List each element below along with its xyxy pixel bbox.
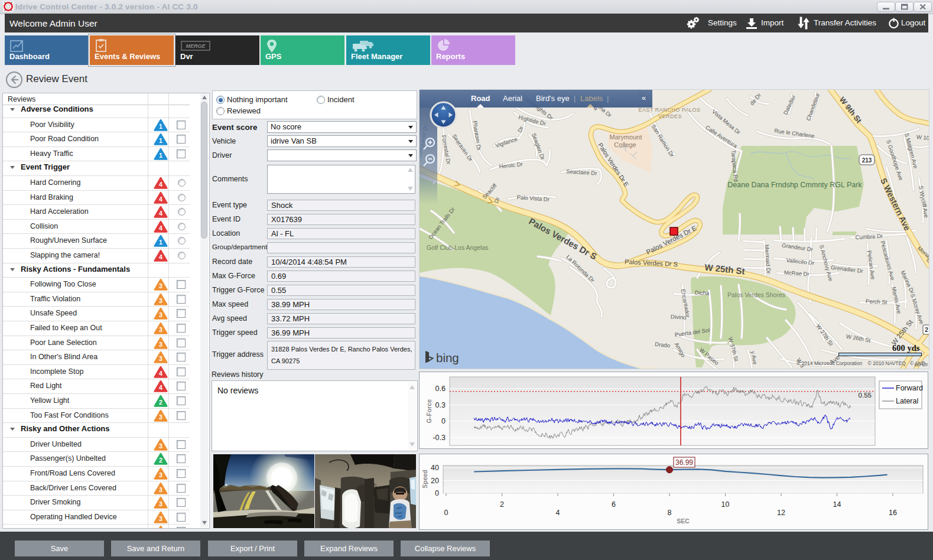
- svg-text:4: 4: [159, 181, 162, 188]
- svg-text:14: 14: [833, 500, 841, 509]
- svg-text:Lateral: Lateral: [896, 397, 918, 405]
- svg-text:213: 213: [862, 157, 872, 164]
- svg-text:Forward: Forward: [896, 384, 923, 392]
- svg-text:Palos Verdes Shores: Palos Verdes Shores: [727, 291, 785, 298]
- svg-text:VERDES: VERDES: [658, 113, 682, 119]
- svg-text:4: 4: [159, 384, 162, 391]
- svg-text:3: 3: [159, 442, 162, 450]
- svg-text:Golf Club-Los Angelas: Golf Club-Los Angelas: [427, 244, 488, 251]
- svg-text:10: 10: [721, 500, 730, 509]
- svg-text:4: 4: [556, 509, 560, 517]
- svg-text:3: 3: [159, 486, 162, 493]
- svg-text:1: 1: [159, 152, 162, 159]
- svg-text:3: 3: [159, 311, 162, 318]
- svg-text:4: 4: [159, 224, 162, 232]
- svg-text:Dicha: Dicha: [695, 289, 710, 297]
- svg-text:0: 0: [441, 417, 446, 425]
- svg-text:3: 3: [159, 414, 162, 421]
- svg-text:20: 20: [431, 477, 439, 485]
- svg-text:2: 2: [500, 500, 504, 509]
- svg-text:8: 8: [668, 509, 672, 517]
- svg-text:Speed: Speed: [421, 470, 428, 489]
- svg-text:SEC: SEC: [677, 517, 690, 525]
- svg-text:3: 3: [159, 341, 162, 348]
- svg-text:2: 2: [925, 327, 928, 333]
- svg-text:Deane Dana Frndshp Cmmnty RGL: Deane Dana Frndshp Cmmnty RGL Park: [727, 181, 862, 189]
- svg-text:MERGE: MERGE: [186, 43, 206, 49]
- svg-text:3: 3: [159, 500, 162, 507]
- svg-text:W 10t: W 10t: [916, 134, 929, 141]
- svg-text:3: 3: [159, 515, 162, 522]
- svg-text:0: 0: [435, 489, 439, 497]
- svg-text:3: 3: [159, 282, 162, 289]
- svg-text:-0.3: -0.3: [433, 434, 446, 442]
- svg-text:36.99: 36.99: [675, 458, 693, 467]
- svg-text:0.6: 0.6: [435, 385, 446, 393]
- svg-text:16: 16: [889, 509, 897, 517]
- svg-text:1: 1: [159, 239, 162, 246]
- svg-text:EAST RANCHO PALOS: EAST RANCHO PALOS: [638, 107, 700, 113]
- svg-text:1: 1: [159, 137, 162, 144]
- svg-text:1: 1: [159, 123, 162, 130]
- svg-text:40: 40: [431, 464, 439, 472]
- svg-text:4: 4: [159, 196, 162, 203]
- svg-text:6: 6: [612, 500, 616, 509]
- svg-text:3: 3: [159, 471, 162, 478]
- svg-text:0.55: 0.55: [859, 392, 872, 399]
- svg-text:0: 0: [444, 509, 448, 517]
- svg-text:Drado: Drado: [655, 341, 671, 349]
- svg-text:Marymount: Marymount: [609, 134, 642, 141]
- svg-text:G-Force: G-Force: [425, 399, 433, 423]
- svg-text:3: 3: [159, 297, 162, 304]
- svg-text:4: 4: [159, 210, 162, 217]
- svg-text:bing: bing: [436, 351, 459, 364]
- svg-text:3: 3: [159, 355, 162, 362]
- svg-text:College: College: [614, 141, 636, 148]
- svg-text:2: 2: [159, 457, 162, 464]
- svg-text:2: 2: [159, 399, 162, 406]
- svg-text:4: 4: [159, 370, 162, 377]
- svg-text:4: 4: [159, 253, 162, 261]
- svg-text:Perch St: Perch St: [866, 298, 888, 305]
- svg-text:3: 3: [159, 326, 162, 333]
- svg-text:0.3: 0.3: [435, 401, 446, 409]
- svg-text:12: 12: [777, 509, 785, 517]
- svg-text:Divino: Divino: [671, 313, 687, 320]
